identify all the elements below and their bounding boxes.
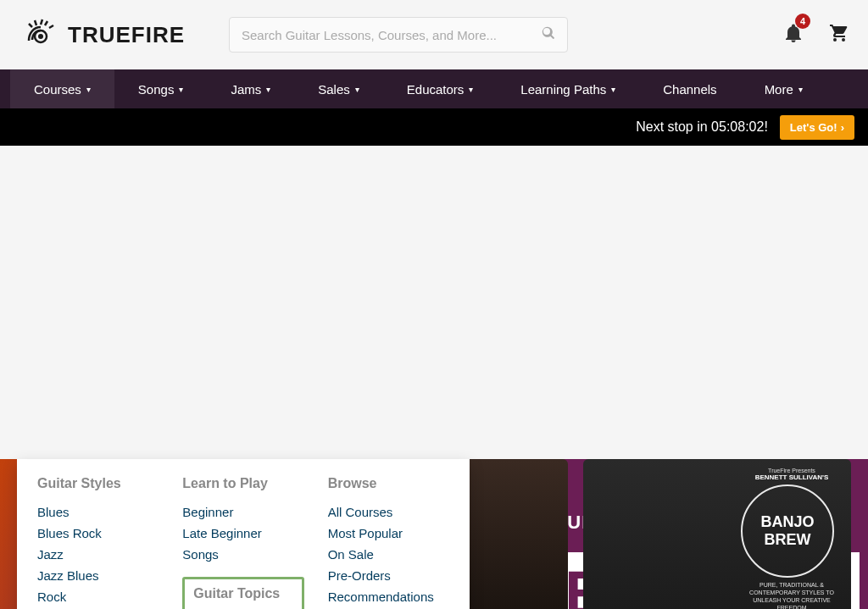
cart-button[interactable] — [829, 25, 848, 46]
chevron-down-icon: ▾ — [86, 85, 91, 94]
course-card[interactable]: TrueFire Presents BENNETT SULLIVAN'S BAN… — [583, 459, 851, 609]
logo-text: TRUEFIRE — [68, 22, 185, 48]
chevron-down-icon: ▾ — [469, 85, 473, 94]
nav-more[interactable]: More▾ — [741, 69, 826, 108]
chevron-down-icon: ▾ — [798, 85, 803, 94]
nav-sales[interactable]: Sales▾ — [294, 69, 383, 108]
search-bar[interactable] — [229, 17, 568, 53]
chevron-down-icon: ▾ — [355, 85, 359, 94]
chevron-down-icon: ▾ — [611, 85, 615, 94]
chevron-right-icon: › — [841, 121, 844, 134]
nav-channels[interactable]: Channels — [639, 69, 740, 108]
menu-heading: Learn to Play — [182, 476, 303, 491]
nav-jams[interactable]: Jams▾ — [207, 69, 294, 108]
nav-songs[interactable]: Songs▾ — [114, 69, 208, 108]
search-input[interactable] — [242, 28, 542, 42]
menu-heading: Guitar Styles — [37, 476, 159, 491]
countdown-text: Next stop in 05:08:02! — [636, 119, 768, 135]
svg-point-1 — [38, 34, 43, 39]
search-icon — [542, 26, 555, 43]
menu-item[interactable]: Blues Rock — [37, 523, 159, 544]
notifications-button[interactable]: 4 — [785, 24, 802, 47]
menu-heading: Browse — [328, 476, 449, 491]
menu-item[interactable]: On Sale — [328, 544, 449, 565]
courses-mega-menu: Guitar StylesBluesBlues RockJazzJazz Blu… — [17, 459, 470, 609]
menu-item[interactable]: All Courses — [328, 501, 449, 523]
menu-item[interactable]: Late Beginner — [182, 523, 303, 544]
menu-item[interactable]: Beginner — [182, 501, 303, 523]
menu-item[interactable]: Songs — [182, 544, 303, 565]
logo-icon — [20, 14, 61, 55]
menu-item[interactable]: Jazz Blues — [37, 565, 159, 586]
chevron-down-icon: ▾ — [266, 85, 270, 94]
menu-heading: Guitar Topics — [193, 586, 292, 601]
nav-learning-paths[interactable]: Learning Paths▾ — [497, 69, 639, 108]
menu-item[interactable]: Blues — [37, 501, 159, 523]
menu-item[interactable]: Pre-Orders — [328, 565, 449, 586]
logo[interactable]: TRUEFIRE — [20, 14, 185, 55]
menu-item[interactable]: Recommendations — [328, 586, 449, 607]
menu-item[interactable]: Rock — [37, 586, 159, 607]
main-nav: Courses▾Songs▾Jams▾Sales▾Educators▾Learn… — [0, 69, 868, 108]
menu-item[interactable]: Most Popular — [328, 523, 449, 544]
promo-bar: Next stop in 05:08:02! Let's Go! › — [0, 108, 868, 146]
menu-item[interactable]: Jazz — [37, 544, 159, 565]
notification-badge: 4 — [795, 14, 810, 29]
guitar-topics-highlight: Guitar TopicsRhythmSoloingApplied Theory… — [182, 577, 303, 609]
lets-go-button[interactable]: Let's Go! › — [780, 115, 854, 140]
nav-educators[interactable]: Educators▾ — [383, 69, 498, 108]
nav-courses[interactable]: Courses▾ — [10, 69, 114, 108]
chevron-down-icon: ▾ — [179, 85, 183, 94]
